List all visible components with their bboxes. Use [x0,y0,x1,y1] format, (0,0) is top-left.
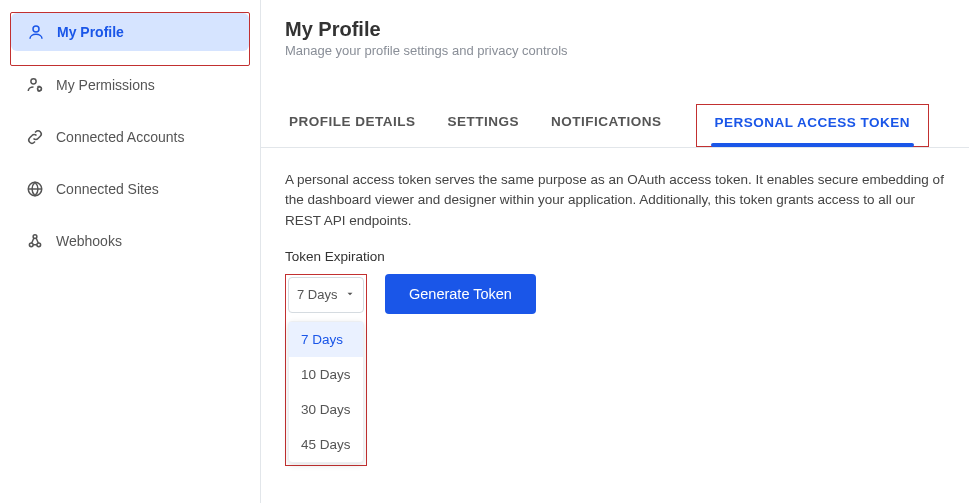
generate-token-button[interactable]: Generate Token [385,274,536,314]
user-icon [27,23,45,41]
dropdown-option-10-days[interactable]: 10 Days [289,357,363,392]
tab-content: A personal access token serves the same … [261,148,969,488]
user-gear-icon [26,76,44,94]
tab-profile-details[interactable]: PROFILE DETAILS [285,104,420,147]
select-value: 7 Days [297,287,337,302]
token-expiration-label: Token Expiration [285,249,945,264]
pat-description: A personal access token serves the same … [285,170,945,231]
sidebar-item-webhooks[interactable]: Webhooks [10,222,250,260]
page-title: My Profile [285,18,945,41]
page-subtitle: Manage your profile settings and privacy… [285,43,945,58]
svg-point-4 [29,243,33,247]
sidebar-item-connected-accounts[interactable]: Connected Accounts [10,118,250,156]
token-expiration-dropdown: 7 Days 10 Days 30 Days 45 Days [288,321,364,463]
sidebar-item-label: Connected Sites [56,181,159,197]
svg-point-0 [33,26,39,32]
tab-notifications[interactable]: NOTIFICATIONS [547,104,666,147]
tab-personal-access-token[interactable]: PERSONAL ACCESS TOKEN [711,105,915,146]
sidebar-item-label: My Profile [57,24,124,40]
svg-point-5 [37,243,41,247]
sidebar-item-connected-sites[interactable]: Connected Sites [10,170,250,208]
webhook-icon [26,232,44,250]
link-icon [26,128,44,146]
highlight-annotation: 7 Days 7 Days 10 Days 30 Days 45 Days [285,274,367,466]
dropdown-option-45-days[interactable]: 45 Days [289,427,363,462]
tabs: PROFILE DETAILS SETTINGS NOTIFICATIONS P… [261,104,969,148]
sidebar-item-label: My Permissions [56,77,155,93]
dropdown-option-30-days[interactable]: 30 Days [289,392,363,427]
control-row: 7 Days 7 Days 10 Days 30 Days 45 Days Ge… [285,274,945,466]
highlight-annotation: My Profile [10,12,250,66]
sidebar-item-my-permissions[interactable]: My Permissions [10,66,250,104]
caret-down-icon [345,287,355,302]
token-expiration-select[interactable]: 7 Days [288,277,364,313]
dropdown-option-7-days[interactable]: 7 Days [289,322,363,357]
globe-icon [26,180,44,198]
sidebar-item-label: Connected Accounts [56,129,184,145]
highlight-annotation: PERSONAL ACCESS TOKEN [696,104,930,147]
tab-settings[interactable]: SETTINGS [444,104,524,147]
sidebar-item-my-profile[interactable]: My Profile [11,13,249,51]
sidebar-item-label: Webhooks [56,233,122,249]
main-content: My Profile Manage your profile settings … [260,0,969,503]
svg-point-1 [31,79,36,84]
svg-point-6 [33,235,37,239]
sidebar: My Profile My Permissions Connected Acco… [0,0,260,503]
page-header: My Profile Manage your profile settings … [261,0,969,66]
